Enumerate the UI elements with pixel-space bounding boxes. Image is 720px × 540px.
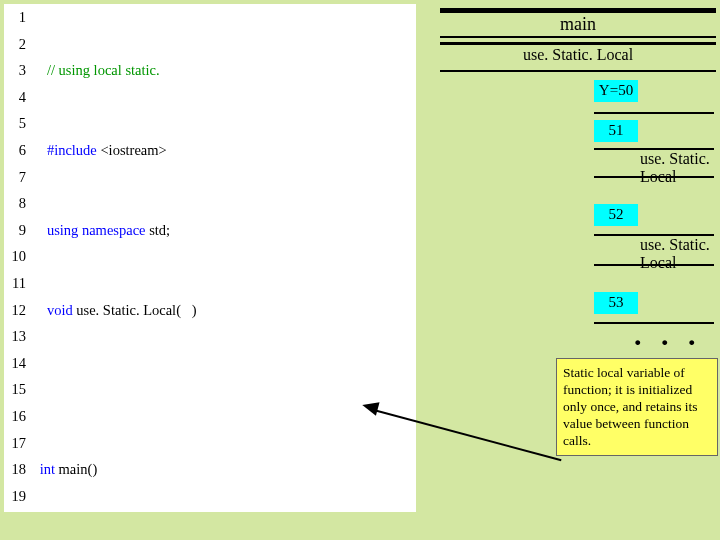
separator bbox=[594, 264, 714, 266]
code-text: #include bbox=[47, 142, 97, 158]
frame-usl-1: use. Static. Local bbox=[440, 42, 716, 72]
separator bbox=[594, 176, 714, 178]
code-text: <iostream> bbox=[97, 142, 167, 158]
code-text: int bbox=[40, 461, 55, 477]
code-text: namespace bbox=[82, 222, 146, 238]
code-text: main() bbox=[55, 461, 97, 477]
callout-note: Static local variable of function; it is… bbox=[556, 358, 718, 456]
value-box-53: 53 bbox=[594, 292, 638, 314]
frame-usl-3: use. Static. Local bbox=[640, 236, 716, 272]
code-text: using bbox=[47, 222, 82, 238]
code-text: std; bbox=[146, 222, 171, 238]
separator bbox=[594, 112, 714, 114]
code-text: void bbox=[47, 302, 73, 318]
code-body: // using local static. #include <iostrea… bbox=[30, 4, 416, 512]
value-box-51: 51 bbox=[594, 120, 638, 142]
value-box-52: 52 bbox=[594, 204, 638, 226]
y-box: Y=50 bbox=[594, 80, 638, 102]
frame-main: main bbox=[440, 8, 716, 38]
stack-diagram: main use. Static. Local Y=50 51 use. Sta… bbox=[440, 8, 716, 72]
ellipsis: . . . bbox=[634, 318, 702, 352]
code-text: use. Static. Local( ) bbox=[73, 302, 197, 318]
frame-usl-2: use. Static. Local bbox=[640, 150, 716, 186]
line-number-gutter: 12345678910111213141516171819 bbox=[4, 4, 30, 512]
code-text: // using local static. bbox=[47, 62, 160, 78]
code-panel: 12345678910111213141516171819 // using l… bbox=[4, 4, 416, 512]
